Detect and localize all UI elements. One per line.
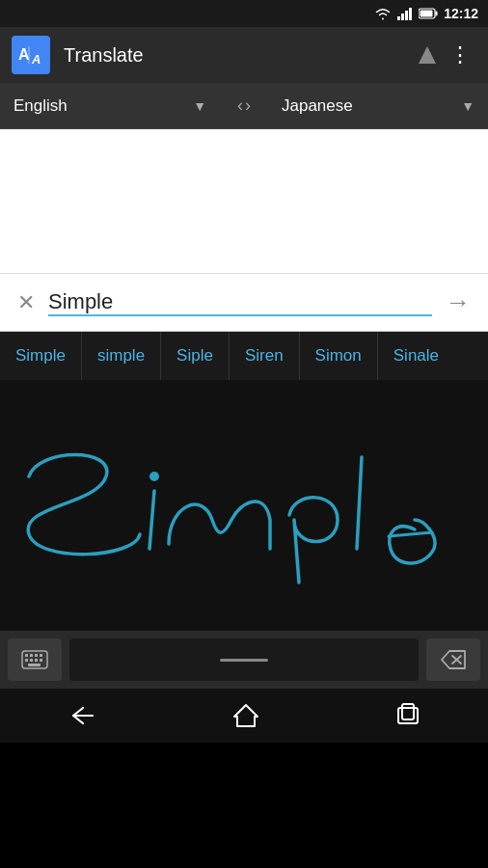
target-lang-arrow: ▼ bbox=[461, 98, 474, 114]
keyboard-icon bbox=[21, 650, 48, 669]
swap-left-icon: ‹ bbox=[237, 95, 243, 116]
svg-rect-22 bbox=[28, 664, 41, 666]
suggestion-item[interactable]: Simon bbox=[300, 332, 378, 380]
input-row: ✕ Simple → bbox=[0, 274, 488, 332]
space-bar[interactable] bbox=[69, 638, 419, 681]
svg-rect-3 bbox=[409, 8, 412, 20]
svg-rect-1 bbox=[401, 14, 404, 20]
svg-rect-21 bbox=[40, 659, 42, 662]
handwriting-canvas[interactable] bbox=[0, 380, 488, 631]
suggestion-item[interactable]: simple bbox=[82, 332, 161, 380]
svg-text:A: A bbox=[31, 52, 41, 67]
input-field-wrapper: Simple bbox=[48, 289, 432, 316]
svg-text:A: A bbox=[18, 46, 30, 63]
battery-icon bbox=[419, 8, 438, 19]
handwriting-svg bbox=[0, 380, 488, 631]
svg-rect-6 bbox=[420, 11, 433, 17]
svg-rect-5 bbox=[436, 12, 438, 16]
navigation-bar bbox=[0, 689, 488, 743]
signal-small-icon bbox=[419, 46, 436, 64]
suggestion-item[interactable]: Simple bbox=[0, 332, 82, 380]
input-text-display[interactable]: Simple bbox=[48, 285, 113, 317]
suggestions-row: SimplesimpleSipleSirenSimonSinale bbox=[0, 332, 488, 380]
svg-rect-17 bbox=[40, 654, 42, 657]
overflow-menu-button[interactable]: ⋮ bbox=[444, 37, 476, 73]
home-icon bbox=[232, 703, 259, 728]
swap-right-icon: › bbox=[245, 95, 251, 116]
app-logo: A A bbox=[12, 36, 50, 74]
svg-rect-20 bbox=[35, 659, 38, 662]
status-time: 12:12 bbox=[444, 6, 478, 21]
wifi-icon bbox=[374, 7, 392, 20]
space-bar-indicator bbox=[220, 659, 268, 662]
keyboard-toggle-button[interactable] bbox=[8, 638, 62, 681]
backspace-button[interactable] bbox=[426, 638, 480, 681]
svg-point-12 bbox=[149, 472, 159, 481]
svg-rect-19 bbox=[30, 659, 33, 662]
app-title: Translate bbox=[64, 44, 419, 67]
svg-rect-28 bbox=[402, 704, 414, 719]
clear-input-button[interactable]: ✕ bbox=[12, 285, 41, 321]
recents-button[interactable] bbox=[376, 695, 440, 736]
signal-icon bbox=[397, 7, 413, 20]
app-header: A A Translate ⋮ bbox=[0, 27, 488, 83]
language-bar: English ▼ ‹ › Japanese ▼ bbox=[0, 83, 488, 129]
translate-submit-button[interactable]: → bbox=[440, 282, 476, 323]
source-language-selector[interactable]: English ▼ bbox=[0, 83, 220, 128]
svg-rect-2 bbox=[405, 11, 408, 20]
backspace-icon bbox=[440, 649, 467, 670]
status-bar: 12:12 bbox=[0, 0, 488, 27]
source-language-label: English bbox=[14, 96, 193, 116]
svg-rect-15 bbox=[30, 654, 33, 657]
home-button[interactable] bbox=[213, 695, 279, 736]
target-language-label: Japanese bbox=[282, 96, 461, 116]
source-lang-arrow: ▼ bbox=[193, 98, 206, 114]
suggestion-item[interactable]: Siple bbox=[161, 332, 230, 380]
target-language-selector[interactable]: Japanese ▼ bbox=[268, 83, 488, 128]
keyboard-bottom-bar bbox=[0, 631, 488, 689]
translate-logo-icon: A A bbox=[14, 39, 47, 71]
svg-marker-26 bbox=[234, 705, 258, 726]
svg-marker-11 bbox=[419, 46, 436, 64]
back-button[interactable] bbox=[48, 696, 116, 735]
back-icon bbox=[68, 704, 96, 727]
svg-rect-16 bbox=[35, 654, 38, 657]
svg-rect-0 bbox=[397, 16, 400, 20]
language-swap-button[interactable]: ‹ › bbox=[220, 95, 268, 116]
suggestion-item[interactable]: Siren bbox=[230, 332, 300, 380]
suggestion-item[interactable]: Sinale bbox=[378, 332, 454, 380]
svg-rect-14 bbox=[25, 654, 28, 657]
translation-area[interactable] bbox=[0, 129, 488, 274]
recents-icon bbox=[395, 703, 420, 728]
svg-rect-18 bbox=[25, 659, 28, 662]
